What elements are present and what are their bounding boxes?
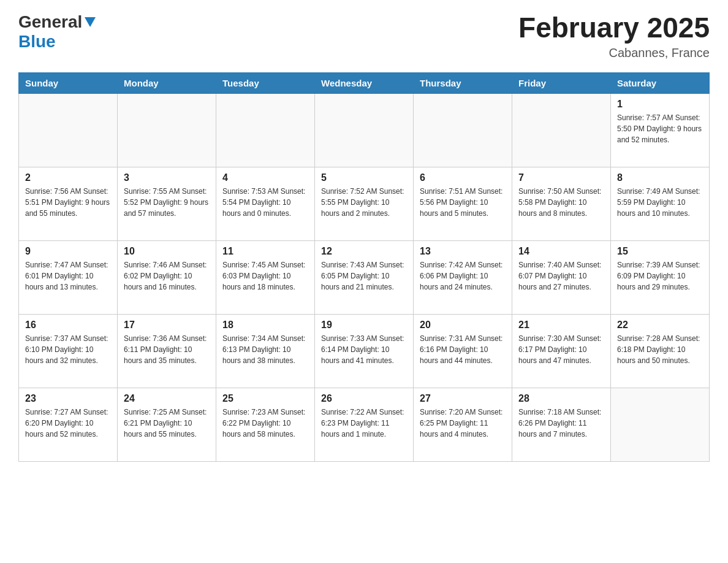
calendar-body: 1Sunrise: 7:57 AM Sunset: 5:50 PM Daylig… (19, 93, 710, 461)
day-cell (512, 93, 611, 167)
day-cell: 11Sunrise: 7:45 AM Sunset: 6:03 PM Dayli… (216, 240, 315, 314)
day-number: 10 (124, 246, 210, 257)
day-number: 6 (420, 172, 506, 183)
day-number: 24 (124, 393, 210, 404)
day-info: Sunrise: 7:28 AM Sunset: 6:18 PM Dayligh… (617, 333, 703, 366)
day-info: Sunrise: 7:34 AM Sunset: 6:13 PM Dayligh… (222, 333, 308, 366)
day-number: 23 (25, 393, 111, 404)
day-info: Sunrise: 7:43 AM Sunset: 6:05 PM Dayligh… (321, 259, 407, 293)
day-number: 8 (617, 172, 703, 183)
day-cell: 1Sunrise: 7:57 AM Sunset: 5:50 PM Daylig… (611, 93, 710, 167)
day-cell (19, 93, 118, 167)
day-cell: 7Sunrise: 7:50 AM Sunset: 5:58 PM Daylig… (512, 167, 611, 240)
day-info: Sunrise: 7:53 AM Sunset: 5:54 PM Dayligh… (222, 186, 308, 219)
day-number: 26 (321, 393, 407, 404)
logo: General Blue (18, 12, 96, 52)
week-row-4: 23Sunrise: 7:27 AM Sunset: 6:20 PM Dayli… (19, 388, 710, 461)
col-wednesday: Wednesday (315, 72, 414, 93)
day-number: 1 (617, 99, 703, 110)
day-cell (414, 93, 512, 167)
day-cell: 2Sunrise: 7:56 AM Sunset: 5:51 PM Daylig… (19, 167, 118, 240)
day-info: Sunrise: 7:40 AM Sunset: 6:07 PM Dayligh… (518, 259, 604, 293)
day-info: Sunrise: 7:42 AM Sunset: 6:06 PM Dayligh… (420, 259, 506, 293)
day-info: Sunrise: 7:57 AM Sunset: 5:50 PM Dayligh… (617, 112, 703, 145)
logo-blue-text: Blue (18, 32, 56, 51)
day-cell: 8Sunrise: 7:49 AM Sunset: 5:59 PM Daylig… (611, 167, 710, 240)
day-cell: 23Sunrise: 7:27 AM Sunset: 6:20 PM Dayli… (19, 388, 118, 461)
day-info: Sunrise: 7:47 AM Sunset: 6:01 PM Dayligh… (25, 259, 111, 293)
day-number: 7 (518, 172, 604, 183)
day-cell: 10Sunrise: 7:46 AM Sunset: 6:02 PM Dayli… (118, 240, 216, 314)
col-saturday: Saturday (611, 72, 710, 93)
day-number: 19 (321, 320, 407, 331)
week-row-2: 9Sunrise: 7:47 AM Sunset: 6:01 PM Daylig… (19, 240, 710, 314)
day-info: Sunrise: 7:20 AM Sunset: 6:25 PM Dayligh… (420, 407, 506, 440)
day-info: Sunrise: 7:31 AM Sunset: 6:16 PM Dayligh… (420, 333, 506, 366)
day-cell: 28Sunrise: 7:18 AM Sunset: 6:26 PM Dayli… (512, 388, 611, 461)
day-number: 22 (617, 320, 703, 331)
day-info: Sunrise: 7:50 AM Sunset: 5:58 PM Dayligh… (518, 186, 604, 219)
calendar-header: Sunday Monday Tuesday Wednesday Thursday… (19, 72, 710, 93)
day-number: 28 (518, 393, 604, 404)
calendar-title: February 2025 (518, 12, 710, 44)
day-cell: 17Sunrise: 7:36 AM Sunset: 6:11 PM Dayli… (118, 314, 216, 388)
svg-marker-0 (85, 17, 96, 27)
week-row-1: 2Sunrise: 7:56 AM Sunset: 5:51 PM Daylig… (19, 167, 710, 240)
day-info: Sunrise: 7:49 AM Sunset: 5:59 PM Dayligh… (617, 186, 703, 219)
day-number: 15 (617, 246, 703, 257)
day-cell (611, 388, 710, 461)
day-cell (315, 93, 414, 167)
day-number: 14 (518, 246, 604, 257)
day-number: 2 (25, 172, 111, 183)
day-info: Sunrise: 7:22 AM Sunset: 6:23 PM Dayligh… (321, 407, 407, 440)
calendar-table: Sunday Monday Tuesday Wednesday Thursday… (18, 72, 710, 462)
day-number: 20 (420, 320, 506, 331)
day-info: Sunrise: 7:33 AM Sunset: 6:14 PM Dayligh… (321, 333, 407, 366)
day-info: Sunrise: 7:36 AM Sunset: 6:11 PM Dayligh… (124, 333, 210, 366)
day-number: 18 (222, 320, 308, 331)
day-info: Sunrise: 7:55 AM Sunset: 5:52 PM Dayligh… (124, 186, 210, 219)
day-cell: 21Sunrise: 7:30 AM Sunset: 6:17 PM Dayli… (512, 314, 611, 388)
day-number: 16 (25, 320, 111, 331)
day-number: 11 (222, 246, 308, 257)
day-info: Sunrise: 7:46 AM Sunset: 6:02 PM Dayligh… (124, 259, 210, 293)
day-info: Sunrise: 7:23 AM Sunset: 6:22 PM Dayligh… (222, 407, 308, 440)
col-sunday: Sunday (19, 72, 118, 93)
day-cell: 25Sunrise: 7:23 AM Sunset: 6:22 PM Dayli… (216, 388, 315, 461)
col-friday: Friday (512, 72, 611, 93)
day-number: 13 (420, 246, 506, 257)
day-info: Sunrise: 7:51 AM Sunset: 5:56 PM Dayligh… (420, 186, 506, 219)
day-cell: 19Sunrise: 7:33 AM Sunset: 6:14 PM Dayli… (315, 314, 414, 388)
day-info: Sunrise: 7:56 AM Sunset: 5:51 PM Dayligh… (25, 186, 111, 219)
day-number: 5 (321, 172, 407, 183)
day-cell (216, 93, 315, 167)
title-section: February 2025 Cabannes, France (518, 12, 710, 60)
day-cell: 20Sunrise: 7:31 AM Sunset: 6:16 PM Dayli… (414, 314, 512, 388)
col-tuesday: Tuesday (216, 72, 315, 93)
day-info: Sunrise: 7:18 AM Sunset: 6:26 PM Dayligh… (518, 407, 604, 440)
week-row-0: 1Sunrise: 7:57 AM Sunset: 5:50 PM Daylig… (19, 93, 710, 167)
day-number: 25 (222, 393, 308, 404)
day-number: 9 (25, 246, 111, 257)
day-cell: 26Sunrise: 7:22 AM Sunset: 6:23 PM Dayli… (315, 388, 414, 461)
day-cell: 12Sunrise: 7:43 AM Sunset: 6:05 PM Dayli… (315, 240, 414, 314)
day-cell: 15Sunrise: 7:39 AM Sunset: 6:09 PM Dayli… (611, 240, 710, 314)
week-row-3: 16Sunrise: 7:37 AM Sunset: 6:10 PM Dayli… (19, 314, 710, 388)
day-info: Sunrise: 7:39 AM Sunset: 6:09 PM Dayligh… (617, 259, 703, 293)
day-number: 21 (518, 320, 604, 331)
day-number: 4 (222, 172, 308, 183)
day-info: Sunrise: 7:27 AM Sunset: 6:20 PM Dayligh… (25, 407, 111, 440)
calendar-subtitle: Cabannes, France (518, 46, 710, 60)
page-header: General Blue February 2025 Cabannes, Fra… (18, 12, 710, 60)
day-number: 12 (321, 246, 407, 257)
day-cell: 3Sunrise: 7:55 AM Sunset: 5:52 PM Daylig… (118, 167, 216, 240)
day-number: 27 (420, 393, 506, 404)
header-row: Sunday Monday Tuesday Wednesday Thursday… (19, 72, 710, 93)
day-info: Sunrise: 7:25 AM Sunset: 6:21 PM Dayligh… (124, 407, 210, 440)
day-cell: 5Sunrise: 7:52 AM Sunset: 5:55 PM Daylig… (315, 167, 414, 240)
day-cell: 4Sunrise: 7:53 AM Sunset: 5:54 PM Daylig… (216, 167, 315, 240)
day-info: Sunrise: 7:45 AM Sunset: 6:03 PM Dayligh… (222, 259, 308, 293)
day-cell: 27Sunrise: 7:20 AM Sunset: 6:25 PM Dayli… (414, 388, 512, 461)
day-info: Sunrise: 7:30 AM Sunset: 6:17 PM Dayligh… (518, 333, 604, 366)
day-cell: 14Sunrise: 7:40 AM Sunset: 6:07 PM Dayli… (512, 240, 611, 314)
